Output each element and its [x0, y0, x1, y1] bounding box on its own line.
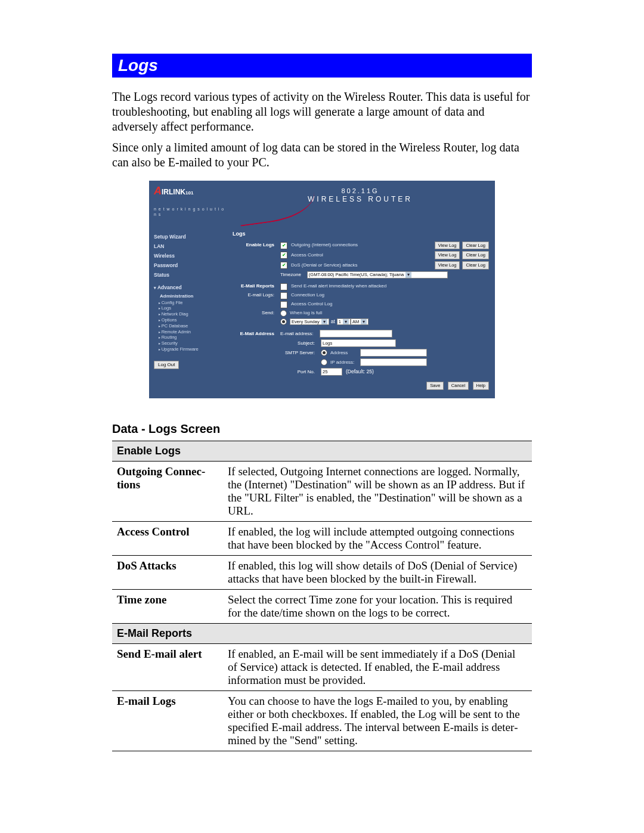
router-screenshot: AIRLINK101 n e t w o r k i n g s o l u t…	[149, 181, 495, 398]
viewlog-access[interactable]: View Log	[435, 251, 460, 259]
email-logs-label: E-mail Logs:	[233, 292, 280, 298]
nav-advanced[interactable]: Advanced	[154, 284, 225, 291]
brand-logo: AIRLINK101	[154, 184, 225, 198]
row-access-v: If enabled, the log will include attempt…	[223, 522, 532, 556]
page-title: Logs	[112, 54, 532, 78]
sidebar-nav: Setup Wizard LAN Wireless Password Statu…	[149, 227, 229, 398]
viewlog-dos[interactable]: View Log	[435, 261, 460, 270]
subject-input[interactable]: Logs	[321, 339, 396, 347]
nav-network-diag[interactable]: Network Diag	[159, 311, 225, 317]
row-timezone-v: Select the correct Time zone for your lo…	[223, 590, 532, 624]
cb-outgoing[interactable]: ✔	[280, 242, 287, 249]
log-access-label: Access Control	[291, 252, 432, 258]
log-dos-label: DoS (Denial or Service) attacks	[291, 262, 432, 268]
radio-smtp-address[interactable]	[321, 349, 327, 356]
row-outgoing-k: Outgoing Connec­tions	[112, 462, 223, 522]
row-outgoing-v: If selected, Outgoing Internet connectio…	[223, 462, 532, 522]
clearlog-access[interactable]: Clear Log	[462, 251, 489, 259]
row-emaillogs-v: You can choose to have the logs E-mailed…	[223, 691, 532, 751]
connection-log-label: Connection Log	[291, 292, 489, 298]
smtp-address-input[interactable]	[360, 349, 427, 357]
timezone-label: Timezone	[280, 272, 307, 278]
send-when-full-label: When log is full	[290, 310, 489, 316]
radio-every[interactable]	[280, 318, 287, 325]
email-address-label: E-mail address:	[280, 331, 320, 337]
email-address-input[interactable]	[320, 330, 392, 337]
subject-label: Subject:	[280, 340, 321, 346]
nav-logs[interactable]: Logs	[159, 305, 225, 311]
email-address-section: E-Mail Address	[233, 331, 280, 337]
nav-routing[interactable]: Routing	[159, 335, 225, 340]
email-reports-label: E-Mail Reports	[233, 283, 280, 289]
section-email-reports: E-Mail Reports	[112, 624, 532, 644]
nav-remote-admin[interactable]: Remote Admin	[159, 329, 225, 335]
cb-dos[interactable]: ✔	[280, 262, 287, 269]
row-timezone-k: Time zone	[112, 590, 223, 624]
data-table-heading: Data - Logs Screen	[112, 422, 532, 436]
cancel-button[interactable]: Cancel	[448, 382, 469, 390]
row-dos-v: If enabled, this log will show details o…	[223, 556, 532, 590]
save-button[interactable]: Save	[426, 382, 444, 390]
send-day-select[interactable]: Every Sunday▾	[290, 318, 329, 326]
help-button[interactable]: Help	[473, 382, 489, 390]
row-sendalert-k: Send E-mail alert	[112, 644, 223, 691]
cb-access-control-log[interactable]	[280, 301, 287, 308]
radio-smtp-ip[interactable]	[321, 359, 327, 366]
row-sendalert-v: If enabled, an E-mail will be sent immed…	[223, 644, 532, 691]
cb-access-control[interactable]: ✔	[280, 252, 287, 259]
nav-security[interactable]: Security	[159, 340, 225, 346]
access-control-log-label: Access Control Log	[291, 301, 489, 307]
cb-send-alert[interactable]	[280, 283, 287, 290]
row-dos-k: DoS Attacks	[112, 556, 223, 590]
smtp-ip-input[interactable]	[360, 358, 427, 366]
clearlog-dos[interactable]: Clear Log	[462, 261, 489, 270]
nav-upgrade-firmware[interactable]: Upgrade Firmware	[159, 346, 225, 352]
nav-status[interactable]: Status	[154, 272, 225, 278]
logout-button[interactable]: Log Out	[154, 361, 179, 369]
send-ampm-select[interactable]: AM▾	[351, 318, 369, 326]
cb-connection-log[interactable]	[280, 292, 287, 299]
nav-pc-database[interactable]: PC Database	[159, 323, 225, 329]
send-at-label: at	[331, 318, 335, 325]
intro-p2: Since only a limited amount of log data …	[112, 140, 532, 170]
timezone-select[interactable]: (GMT-08:00) Pacific Time(US, Canada); Ti…	[307, 271, 448, 278]
section-enable-logs: Enable Logs	[112, 441, 532, 462]
data-table: Enable Logs Outgoing Connec­tionsIf sele…	[112, 441, 532, 751]
smtp-ip-label: IP address:	[330, 360, 360, 366]
send-label: Send:	[233, 310, 280, 316]
nav-wireless[interactable]: Wireless	[154, 253, 225, 259]
clearlog-outgoing[interactable]: Clear Log	[462, 241, 489, 250]
smtp-label: SMTP Server:	[280, 350, 321, 356]
content-heading: Logs	[233, 231, 489, 238]
nav-options[interactable]: Options	[159, 317, 225, 323]
log-outgoing-label: Outgoing (Internet) connections	[291, 242, 432, 248]
enable-logs-label: Enable Logs	[233, 242, 280, 248]
nav-administration[interactable]: Administration	[160, 293, 225, 299]
row-emaillogs-k: E-mail Logs	[112, 691, 223, 751]
row-access-k: Access Control	[112, 522, 223, 556]
intro-p1: The Logs record various types of activit…	[112, 89, 532, 134]
send-hour-select[interactable]: 1▾	[337, 318, 351, 326]
nav-lan[interactable]: LAN	[154, 243, 225, 250]
nav-setup-wizard[interactable]: Setup Wizard	[154, 234, 225, 240]
header-80211: 802.11G	[225, 187, 495, 195]
send-alert-label: Send E-mail alert immediately when attac…	[291, 283, 489, 289]
port-default-label: (Default: 25)	[346, 368, 374, 375]
brand-tagline: n e t w o r k i n g s o l u t i o n s	[154, 206, 225, 217]
radio-when-full[interactable]	[280, 310, 287, 317]
port-label: Port No.	[280, 369, 321, 375]
viewlog-outgoing[interactable]: View Log	[435, 241, 460, 250]
smtp-address-label: Address	[330, 350, 360, 356]
nav-password[interactable]: Password	[154, 262, 225, 269]
port-input[interactable]: 25	[321, 368, 342, 376]
nav-config-file[interactable]: Config File	[159, 300, 225, 306]
